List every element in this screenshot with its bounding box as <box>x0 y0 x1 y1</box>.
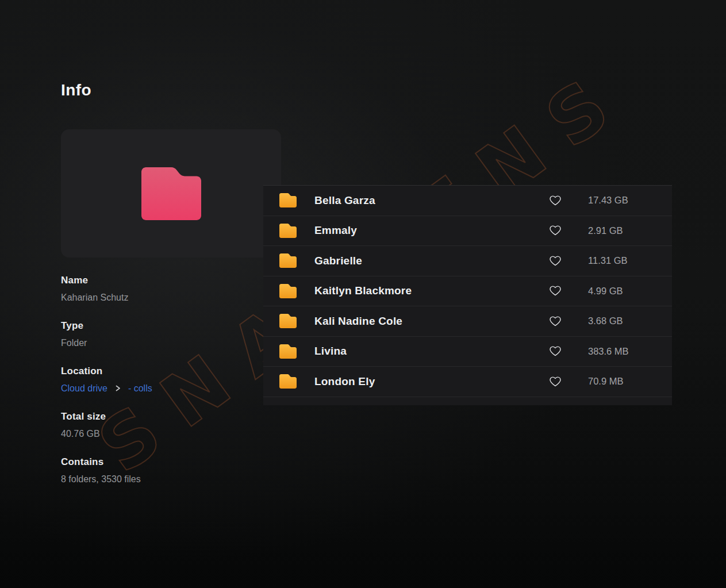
detail-type: Type Folder <box>61 320 251 348</box>
file-size: 4.99 GB <box>588 286 623 297</box>
file-rows: Bella Garza 17.43 GB Emmaly 2.91 GB Gabr… <box>263 186 672 397</box>
detail-contains: Contains 8 folders, 3530 files <box>61 456 251 485</box>
favorite-heart-icon[interactable] <box>549 225 562 237</box>
breadcrumb-link-colls[interactable]: - colls <box>128 383 152 394</box>
info-details: Name Kaharian Schutz Type Folder Locatio… <box>61 275 251 502</box>
file-row[interactable]: London Ely 70.9 MB <box>263 367 672 397</box>
favorite-heart-icon[interactable] <box>549 285 562 297</box>
chevron-right-icon <box>114 385 121 392</box>
detail-label: Contains <box>61 456 251 468</box>
file-size: 2.91 GB <box>588 225 623 236</box>
detail-label: Name <box>61 275 251 286</box>
file-name: Gabrielle <box>314 255 362 267</box>
favorite-heart-icon[interactable] <box>549 194 562 206</box>
detail-label: Total size <box>61 411 251 422</box>
file-row[interactable]: Kali Nadine Cole 3.68 GB <box>263 306 672 337</box>
file-row[interactable]: Bella Garza 17.43 GB <box>263 186 672 216</box>
file-size: 17.43 GB <box>588 195 628 206</box>
folder-icon <box>279 224 297 238</box>
file-size: 11.31 GB <box>588 255 628 266</box>
favorite-heart-icon[interactable] <box>549 375 562 387</box>
folder-icon <box>279 284 297 298</box>
file-row[interactable]: Kaitlyn Blackmore 4.99 GB <box>263 276 672 307</box>
file-name: Livina <box>314 345 347 358</box>
page-title: Info <box>61 81 91 99</box>
file-name: Emmaly <box>314 224 357 237</box>
file-size: 70.9 MB <box>588 376 623 387</box>
detail-value: Folder <box>61 337 251 348</box>
page-background: SNAPLENS Info Name Kaharian Schutz Type … <box>0 0 726 588</box>
file-row-partial <box>263 397 672 405</box>
file-row[interactable]: Gabrielle 11.31 GB <box>263 246 672 276</box>
folder-icon <box>279 253 297 268</box>
folder-icon <box>279 344 297 359</box>
detail-value: 40.76 GB <box>61 428 251 439</box>
file-size: 3.68 GB <box>588 316 623 326</box>
file-row[interactable]: Livina 383.6 MB <box>263 337 672 367</box>
folder-icon <box>279 193 297 207</box>
detail-value: Kaharian Schutz <box>61 292 251 303</box>
folder-icon <box>279 314 297 328</box>
detail-label: Type <box>61 320 251 332</box>
breadcrumb: Cloud drive - colls <box>61 383 251 394</box>
file-list: Bella Garza 17.43 GB Emmaly 2.91 GB Gabr… <box>263 185 672 405</box>
favorite-heart-icon[interactable] <box>549 255 562 267</box>
folder-preview-card <box>61 129 281 258</box>
file-name: Bella Garza <box>314 194 375 207</box>
file-row[interactable]: Emmaly 2.91 GB <box>263 216 672 247</box>
favorite-heart-icon[interactable] <box>549 345 562 358</box>
detail-total-size: Total size 40.76 GB <box>61 411 251 439</box>
file-name: London Ely <box>314 375 375 388</box>
file-name: Kali Nadine Cole <box>314 315 402 328</box>
folder-icon <box>279 374 297 389</box>
detail-value: 8 folders, 3530 files <box>61 474 251 485</box>
detail-name: Name Kaharian Schutz <box>61 275 251 303</box>
file-name: Kaitlyn Blackmore <box>314 285 412 297</box>
breadcrumb-link-cloud-drive[interactable]: Cloud drive <box>61 383 107 394</box>
file-size: 383.6 MB <box>588 346 629 357</box>
big-folder-icon <box>141 167 201 220</box>
detail-label: Location <box>61 366 251 377</box>
favorite-heart-icon[interactable] <box>549 315 562 327</box>
detail-location: Location Cloud drive - colls <box>61 366 251 394</box>
